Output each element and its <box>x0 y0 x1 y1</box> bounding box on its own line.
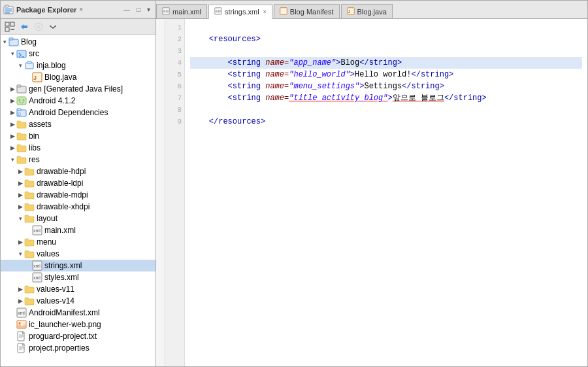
svg-rect-16 <box>27 61 31 63</box>
svg-text:xml: xml <box>33 228 41 233</box>
tree-item-drawable-mdpi[interactable]: ▶drawable-mdpi <box>1 189 155 201</box>
code-line-6: <string name="menu_settings">Settings</s… <box>190 80 582 92</box>
svg-text:D: D <box>18 112 21 116</box>
tree-arrow <box>24 73 32 81</box>
tree-item-bin[interactable]: ▶bin <box>1 130 155 142</box>
tree-icon-xml: xml <box>32 272 42 283</box>
collapse-all-button[interactable] <box>3 21 16 33</box>
tree-item-inja.blog[interactable]: ▾inja.blog <box>1 60 155 71</box>
package-explorer-icon <box>3 5 14 15</box>
tab-main-xml[interactable]: xml main.xml <box>156 4 207 18</box>
tree-item-AndroidManifest.xml[interactable]: xmlAndroidManifest.xml <box>1 307 155 319</box>
xml-attr-value: "app_name" <box>289 58 336 67</box>
line-number-9: 9 <box>165 116 182 128</box>
panel-title: Package Explorer <box>16 6 76 14</box>
tree-item-libs[interactable]: ▶libs <box>1 142 155 154</box>
tab-blog-manifest[interactable]: Blog Manifest <box>274 4 340 18</box>
tree-label: Blog <box>21 37 37 46</box>
tree-item-styles.xml[interactable]: xmlstyles.xml <box>1 271 155 283</box>
tree-arrow <box>8 332 16 340</box>
tree-item-Blog.java[interactable]: JBlog.java <box>1 71 155 83</box>
tree-item-res[interactable]: ▾res <box>1 154 155 166</box>
xml-attr-value: "title_activity_blog" <box>289 94 387 103</box>
line-number-2: 2 <box>165 33 182 45</box>
tree-item-values-v11[interactable]: ▶values-v11 <box>1 283 155 295</box>
tree-item-project.properties[interactable]: project.properties <box>1 342 155 354</box>
tree-item-gen[interactable]: ▶gen [Generated Java Files] <box>1 83 155 95</box>
code-line-5: <string name="hello_world">Hello world!<… <box>190 69 582 80</box>
line-number-3: 3 <box>165 45 182 57</box>
tree-item-assets[interactable]: ▶assets <box>1 118 155 130</box>
view-menu-button[interactable]: ▾ <box>144 5 153 14</box>
maximize-button[interactable]: □ <box>134 5 143 14</box>
tree-arrow: ▶ <box>8 132 16 140</box>
xml-tag: </string> <box>402 82 444 91</box>
code-line-9: </resources> <box>190 116 582 128</box>
tree-item-src[interactable]: ▾src <box>1 48 155 60</box>
view-menu-dropdown[interactable] <box>46 21 59 33</box>
tree-arrow: ▶ <box>16 167 24 175</box>
svg-rect-4 <box>5 12 10 14</box>
panel-header: Package Explorer × ― □ ▾ <box>1 1 155 19</box>
tree-arrow: ▶ <box>16 203 24 211</box>
link-with-editor-button[interactable] <box>18 21 31 33</box>
code-line-8 <box>190 104 582 116</box>
svg-rect-20 <box>17 85 21 87</box>
panel-close-icon[interactable]: × <box>79 6 83 13</box>
tree-label: drawable-hdpi <box>37 167 86 176</box>
tree-icon-gen <box>16 84 27 94</box>
tree-icon-java: J <box>32 72 42 82</box>
gutter-line-2 <box>156 31 165 43</box>
svg-rect-3 <box>5 10 12 12</box>
tree-icon-folder <box>24 284 35 294</box>
tree-arrow <box>8 321 16 328</box>
gutter-line-7 <box>156 90 165 101</box>
panel-controls: ― □ ▾ <box>121 5 153 14</box>
tree-item-android412[interactable]: ▶Android 4.1.2 <box>1 95 155 107</box>
tree-item-layout[interactable]: ▾layout <box>1 213 155 224</box>
svg-rect-21 <box>17 97 26 105</box>
xml-tag: <string <box>228 82 266 91</box>
tree-item-blog[interactable]: ▾Blog <box>1 36 155 48</box>
tree-icon-folder <box>24 190 35 200</box>
line-number-7: 7 <box>165 92 182 104</box>
tree-item-strings.xml[interactable]: xmlstrings.xml <box>1 260 155 271</box>
tree-item-values[interactable]: ▾values <box>1 248 155 260</box>
tab-icon-blog-java: J <box>347 7 355 16</box>
code-line-4: <string name="app_name">Blog</string> <box>190 57 582 69</box>
editor-content[interactable]: <resources> <string name="app_name">Blog… <box>185 19 587 366</box>
tree-item-drawable-ldpi[interactable]: ▶drawable-ldpi <box>1 177 155 189</box>
tree-label: libs <box>29 143 41 152</box>
xml-attr-value: "menu_settings" <box>289 82 359 91</box>
tree-label: menu <box>37 237 56 247</box>
minimize-button[interactable]: ― <box>121 5 133 14</box>
svg-rect-49 <box>280 7 287 14</box>
tree-arrow: ▶ <box>16 191 24 199</box>
tab-strings-xml[interactable]: xml strings.xml × <box>208 5 272 19</box>
tree-item-main.xml[interactable]: xmlmain.xml <box>1 224 155 236</box>
tab-close-strings-xml[interactable]: × <box>263 9 267 15</box>
tree-item-drawable-hdpi[interactable]: ▶drawable-hdpi <box>1 166 155 177</box>
tree-arrow: ▾ <box>16 250 24 258</box>
tree-item-values-v14[interactable]: ▶values-v14 <box>1 295 155 307</box>
tree-icon-folder <box>24 201 35 212</box>
tree-arrow: ▶ <box>8 85 16 93</box>
package-explorer-panel: Package Explorer × ― □ ▾ ▾Blog▾ <box>1 1 156 366</box>
xml-tag: </string> <box>411 70 453 79</box>
tree-item-drawable-xhdpi[interactable]: ▶drawable-xhdpi <box>1 201 155 213</box>
tab-label-blog-manifest: Blog Manifest <box>290 8 334 16</box>
tree-icon-folder <box>24 213 35 224</box>
panel-toolbar <box>1 19 155 35</box>
tree-item-menu[interactable]: ▶menu <box>1 236 155 248</box>
svg-point-10 <box>37 25 41 29</box>
tree-icon-dep: D <box>16 107 27 118</box>
svg-rect-7 <box>5 27 9 31</box>
tree-item-ic_launcher-web.png[interactable]: ic_launcher-web.png <box>1 319 155 330</box>
tab-blog-java[interactable]: J Blog.java <box>341 4 393 18</box>
tree-item-proguard-project.txt[interactable]: proguard-project.txt <box>1 330 155 342</box>
tree-arrow: ▾ <box>16 215 24 222</box>
tree-item-androiddep[interactable]: ▶DAndroid Dependencies <box>1 107 155 118</box>
tree-arrow: ▶ <box>8 144 16 152</box>
tree-arrow: ▶ <box>8 120 16 128</box>
svg-rect-6 <box>10 22 14 26</box>
